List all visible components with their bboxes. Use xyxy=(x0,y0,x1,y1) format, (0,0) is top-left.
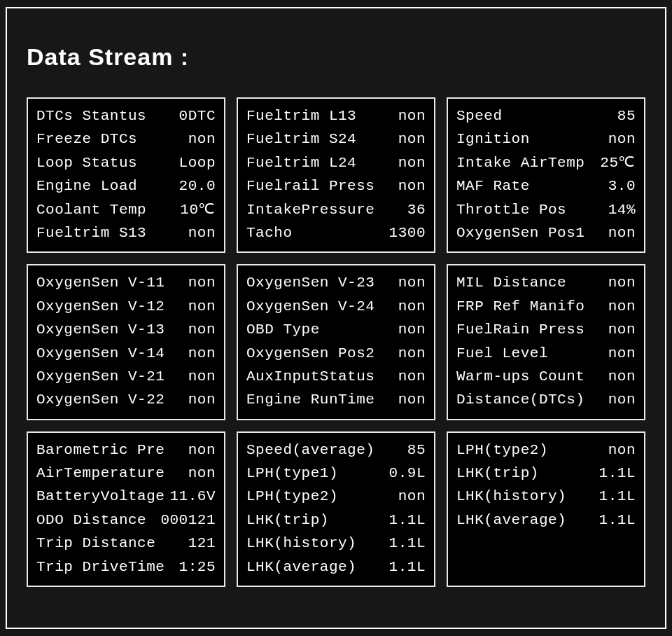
data-label: OxygenSen V-24 xyxy=(246,296,374,317)
data-row: LHK(trip)1.1L xyxy=(456,463,636,483)
data-label: OBD Type xyxy=(246,319,320,340)
data-row: Loop StatusLoop xyxy=(36,153,216,173)
data-label: MAF Rate xyxy=(456,176,530,196)
data-panel: Speed85IgnitionnonIntake AirTemp25℃MAF R… xyxy=(447,97,645,253)
data-panel: OxygenSen V-11nonOxygenSen V-12nonOxygen… xyxy=(27,264,225,420)
data-panel: Fueltrim L13nonFueltrim S24nonFueltrim L… xyxy=(237,97,435,253)
data-row: Fuelrail Pressnon xyxy=(246,176,426,196)
data-value: 10℃ xyxy=(180,200,216,220)
data-label: DTCs Stantus xyxy=(36,106,146,126)
data-label: OxygenSen Pos1 xyxy=(456,223,584,243)
data-value: non xyxy=(398,343,426,364)
data-label: LPH(type2) xyxy=(456,440,548,460)
data-panel: OxygenSen V-23nonOxygenSen V-24nonOBD Ty… xyxy=(237,264,435,420)
data-row: OBD Typenon xyxy=(246,319,426,340)
data-value: non xyxy=(608,223,636,243)
data-value: non xyxy=(398,106,426,126)
data-label: OxygenSen V-12 xyxy=(36,296,164,317)
data-row: OxygenSen Pos1non xyxy=(456,223,636,243)
data-row: OxygenSen V-13non xyxy=(36,319,216,340)
data-label: OxygenSen V-13 xyxy=(36,319,164,340)
data-value: non xyxy=(608,272,636,293)
data-label: Ignition xyxy=(456,129,530,149)
data-label: IntakePressure xyxy=(246,200,374,220)
data-row: OxygenSen V-12non xyxy=(36,296,216,317)
data-label: OxygenSen V-14 xyxy=(36,343,164,364)
data-row: Fueltrim S13non xyxy=(36,223,216,243)
data-value: 0DTC xyxy=(179,106,216,126)
data-row: Fueltrim L24non xyxy=(246,153,426,173)
page-title: Data Stream : xyxy=(27,43,645,71)
data-row: LHK(history)1.1L xyxy=(456,486,636,506)
data-row: LPH(type2)non xyxy=(246,486,426,506)
data-label: Tacho xyxy=(246,223,293,243)
data-label: OxygenSen V-23 xyxy=(246,272,374,293)
data-value: non xyxy=(608,366,636,387)
data-label: Barometric Pre xyxy=(36,440,164,460)
data-panel: Barometric PrenonAirTemperaturenonBatter… xyxy=(27,431,225,587)
data-label: LHK(average) xyxy=(246,557,356,577)
data-value: 11.6V xyxy=(169,486,216,506)
data-row: DTCs Stantus0DTC xyxy=(36,106,216,126)
data-label: Freeze DTCs xyxy=(36,129,137,149)
data-row: OxygenSen Pos2non xyxy=(246,343,426,364)
data-row: MAF Rate3.0 xyxy=(456,176,636,196)
data-value: non xyxy=(188,366,216,387)
data-row: Barometric Prenon xyxy=(36,440,216,460)
data-row: OxygenSen V-23non xyxy=(246,272,426,293)
data-label: Engine Load xyxy=(36,176,137,196)
data-label: Fueltrim S24 xyxy=(246,129,356,149)
data-row: Distance(DTCs)non xyxy=(456,389,636,410)
data-row: LHK(history)1.1L xyxy=(246,533,426,553)
data-label: LHK(average) xyxy=(456,510,566,530)
data-row: Warm-ups Countnon xyxy=(456,366,636,387)
data-label: Trip Distance xyxy=(36,533,155,553)
data-label: MIL Distance xyxy=(456,272,566,293)
data-label: Intake AirTemp xyxy=(456,153,584,173)
data-label: LPH(type1) xyxy=(246,463,338,483)
data-label: BatteryVoltage xyxy=(36,486,164,506)
data-row: FRP Ref Manifonon xyxy=(456,296,636,317)
data-row: Tacho1300 xyxy=(246,223,426,243)
data-label: Throttle Pos xyxy=(456,200,566,220)
data-value: 1.1L xyxy=(389,557,426,577)
data-value: 1.1L xyxy=(599,463,636,483)
data-row: AuxInputStatusnon xyxy=(246,366,426,387)
data-value: non xyxy=(608,296,636,317)
data-row: OxygenSen V-11non xyxy=(36,272,216,293)
data-row: LPH(type1)0.9L xyxy=(246,463,426,483)
data-label: FuelRain Press xyxy=(456,319,584,340)
data-row: Coolant Temp10℃ xyxy=(36,200,216,220)
data-value: non xyxy=(398,176,426,196)
data-row: Ignitionnon xyxy=(456,129,636,149)
data-value: Loop xyxy=(179,153,216,173)
data-row: ODO Distance000121 xyxy=(36,510,216,530)
data-label: Fueltrim L13 xyxy=(246,106,356,126)
data-value: non xyxy=(398,153,426,173)
data-label: Warm-ups Count xyxy=(456,366,584,387)
data-row: Speed(average)85 xyxy=(246,440,426,460)
data-value: 14% xyxy=(608,200,636,220)
data-value: non xyxy=(188,440,216,460)
data-row: OxygenSen V-24non xyxy=(246,296,426,317)
data-value: 121 xyxy=(188,533,216,553)
data-row: Trip Distance121 xyxy=(36,533,216,553)
data-value: non xyxy=(188,223,216,243)
data-value: 36 xyxy=(407,200,426,220)
data-label: OxygenSen V-21 xyxy=(36,366,164,387)
data-value: non xyxy=(398,129,426,149)
data-row: LHK(average)1.1L xyxy=(246,557,426,577)
data-value: 85 xyxy=(407,440,426,460)
data-row: MIL Distancenon xyxy=(456,272,636,293)
data-row: Fueltrim L13non xyxy=(246,106,426,126)
data-label: Fuelrail Press xyxy=(246,176,374,196)
data-row: Trip DriveTime1:25 xyxy=(36,557,216,577)
data-value: non xyxy=(188,389,216,410)
data-label: Fuel Level xyxy=(456,343,548,364)
data-row: BatteryVoltage11.6V xyxy=(36,486,216,506)
data-label: Speed xyxy=(456,106,503,126)
outer-frame: Data Stream : DTCs Stantus0DTCFreeze DTC… xyxy=(6,7,666,629)
data-value: non xyxy=(608,319,636,340)
data-panel: LPH(type2)nonLHK(trip)1.1LLHK(history)1.… xyxy=(447,431,645,587)
data-row: Fuel Levelnon xyxy=(456,343,636,364)
